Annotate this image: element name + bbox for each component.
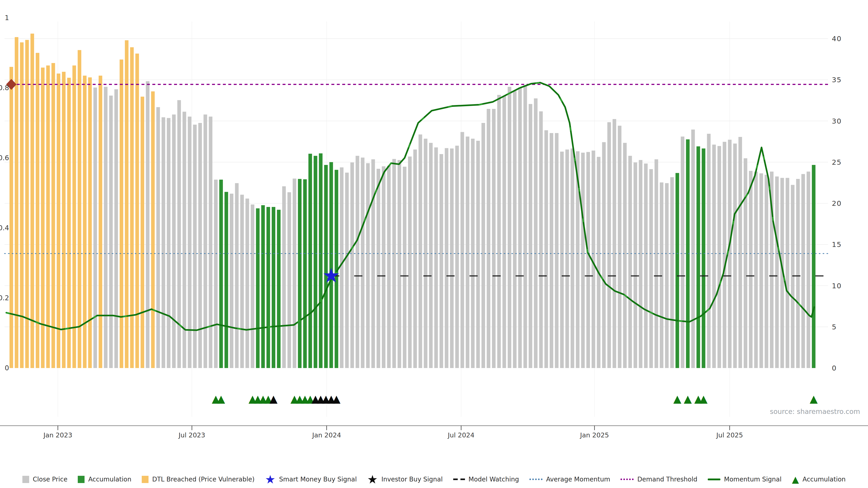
price-bar: [377, 169, 380, 368]
price-bar: [581, 153, 585, 368]
price-bar: [717, 146, 721, 368]
price-bar: [675, 173, 679, 368]
price-bar: [733, 143, 737, 368]
purple-dots-icon: [620, 479, 633, 480]
price-bar: [508, 87, 511, 368]
legend-item-demand-threshold: Demand Threshold: [620, 476, 698, 483]
green-triangle-icon: ▲: [792, 476, 799, 483]
right-axis-tick-label: 20: [832, 199, 842, 207]
price-bar: [277, 210, 281, 368]
investor-triangle-icon: ▲: [333, 393, 341, 405]
price-bar: [712, 144, 716, 368]
price-bar: [550, 133, 553, 368]
chart-legend: Close Price Accumulation DTL Breached (P…: [0, 476, 868, 483]
price-bar: [162, 117, 165, 368]
price-bar: [204, 115, 207, 368]
source-note: source: sharemaestro.com: [770, 408, 860, 416]
price-bar: [135, 54, 139, 368]
price-bar: [62, 72, 66, 368]
price-bar: [555, 133, 559, 368]
price-bar: [57, 73, 60, 368]
price-bar: [597, 157, 600, 368]
price-bar: [109, 96, 113, 368]
price-bar: [628, 156, 632, 368]
price-bar: [786, 178, 789, 368]
price-bar: [429, 143, 433, 368]
x-axis-tick-label: Jan 2023: [43, 431, 72, 439]
price-bar: [702, 149, 705, 368]
right-axis-tick-label: 0: [832, 364, 837, 372]
legend-label: Investor Buy Signal: [381, 476, 442, 483]
price-bar: [623, 143, 627, 368]
accumulation-triangle-icon: ▲: [673, 393, 682, 405]
price-bar: [246, 199, 249, 368]
legend-label: Accumulation: [88, 476, 131, 483]
price-bar: [439, 154, 443, 368]
price-bar: [340, 167, 344, 368]
price-bar: [393, 159, 396, 368]
price-bar: [403, 167, 406, 368]
price-bar: [9, 67, 13, 368]
price-bar: [791, 185, 795, 368]
price-bar: [765, 175, 768, 368]
price-bar: [723, 142, 726, 368]
price-bar: [382, 166, 385, 368]
left-axis-tick-label: 1: [5, 14, 9, 22]
accumulation-triangle-icon: ▲: [684, 393, 692, 405]
price-bar: [282, 186, 286, 368]
price-bar: [98, 76, 102, 368]
legend-item-dtl-breached: DTL Breached (Price Vulnerable): [142, 476, 254, 483]
price-bar: [345, 173, 349, 368]
price-bar: [450, 149, 454, 368]
price-bar: [193, 125, 197, 368]
price-bar: [67, 78, 71, 368]
price-bar: [52, 63, 55, 368]
price-bar: [230, 194, 233, 368]
legend-label: Average Momentum: [546, 476, 610, 483]
legend-item-investor-buy-signal: ★ Investor Buy Signal: [367, 476, 443, 483]
left-axis-tick-label: 0.4: [0, 224, 9, 232]
legend-item-model-watching: Model Watching: [453, 476, 519, 483]
price-bar: [167, 118, 170, 368]
legend-label: Accumulation: [802, 476, 846, 483]
price-bar: [31, 34, 34, 368]
price-bar: [707, 134, 711, 368]
price-bar: [298, 179, 302, 368]
price-bar: [460, 132, 464, 368]
price-bar: [812, 165, 815, 368]
price-bar: [455, 146, 459, 368]
price-bar: [141, 97, 144, 368]
legend-label: Demand Threshold: [637, 476, 698, 483]
price-momentum-chart: ▲▲▲▲▲▲▲▲▲▲▲▲▲▲▲▲▲▲▲▲▲00.20.40.60.8105101…: [0, 0, 868, 488]
legend-item-accumulation: Accumulation: [78, 476, 131, 483]
price-bar: [655, 159, 658, 368]
price-bar: [350, 162, 354, 368]
price-bar: [497, 95, 501, 368]
price-bar: [224, 192, 228, 368]
price-bar: [329, 162, 333, 368]
price-bar: [198, 123, 202, 368]
black-star-icon: ★: [367, 476, 378, 483]
price-bar: [518, 88, 522, 368]
price-momentum-chart-page: ▲▲▲▲▲▲▲▲▲▲▲▲▲▲▲▲▲▲▲▲▲00.20.40.60.8105101…: [0, 0, 868, 488]
price-bar: [534, 98, 537, 368]
price-bar: [88, 77, 92, 368]
accumulation-triangle-icon: ▲: [810, 393, 818, 405]
price-bar: [104, 87, 107, 368]
price-bar: [272, 207, 275, 368]
right-axis-tick-label: 10: [832, 282, 842, 290]
accumulation-triangle-icon: ▲: [217, 393, 225, 405]
price-bar: [293, 178, 296, 368]
price-bar: [649, 169, 653, 368]
price-bar: [681, 136, 684, 368]
x-axis-tick-label: Jul 2025: [716, 431, 743, 439]
price-bar: [256, 208, 259, 368]
price-bar: [413, 150, 417, 368]
price-bar: [240, 195, 244, 368]
price-bar: [487, 109, 490, 368]
price-bar: [502, 96, 506, 368]
price-bar: [303, 180, 307, 368]
price-bar: [287, 192, 291, 368]
price-bar: [214, 180, 218, 368]
green-line-icon: [708, 479, 720, 480]
